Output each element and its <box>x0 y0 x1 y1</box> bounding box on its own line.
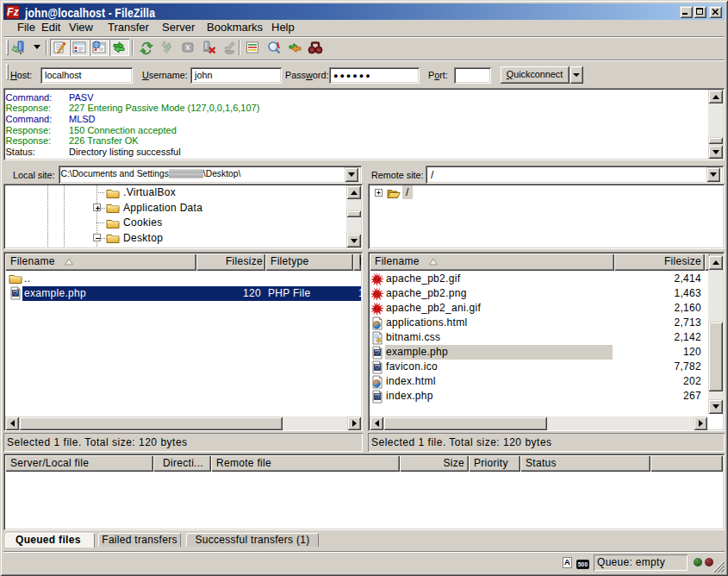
svg-text:A: A <box>564 558 570 567</box>
